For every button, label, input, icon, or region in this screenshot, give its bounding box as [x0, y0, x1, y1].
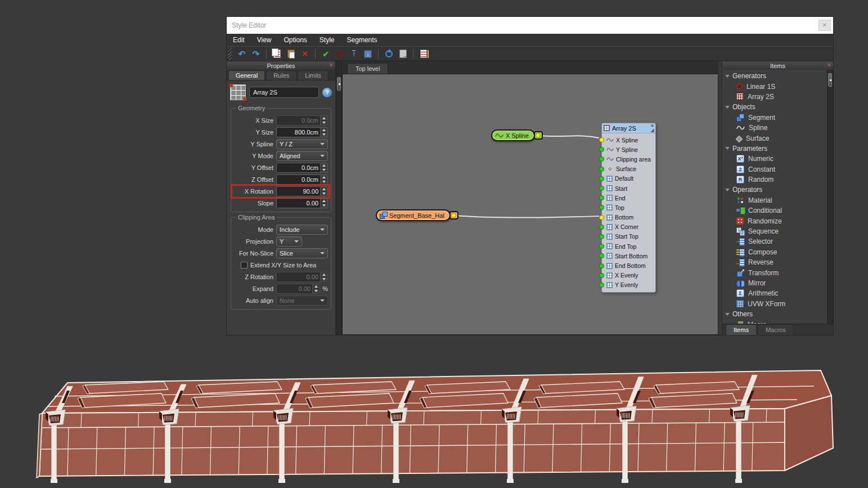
- z-offset-spinner[interactable]: [320, 175, 327, 184]
- undo-button[interactable]: ↶: [236, 48, 248, 60]
- y-mode-dropdown[interactable]: Aligned: [276, 151, 328, 161]
- x-rotation-spinner[interactable]: [320, 187, 327, 196]
- tree-section-generators[interactable]: Generators: [722, 71, 833, 81]
- spin-down-icon[interactable]: [321, 168, 327, 173]
- tab-macros[interactable]: Macros: [758, 324, 794, 335]
- tree-section-parameters[interactable]: Parameters: [722, 144, 833, 154]
- properties-header[interactable]: Properties ✕: [227, 61, 335, 70]
- collapse-arrow-icon[interactable]: [725, 75, 730, 78]
- input-port-green[interactable]: [599, 253, 604, 258]
- input-port-yellow[interactable]: [599, 137, 604, 142]
- x-rotation-field[interactable]: 90.00: [276, 186, 328, 196]
- tree-item-randomize[interactable]: Randomize: [722, 216, 833, 226]
- tree-item-constant[interactable]: 2Constant: [722, 164, 833, 174]
- z-offset-field[interactable]: 0.0cm: [276, 174, 328, 185]
- tree-item-array-2s[interactable]: Array 2S: [722, 92, 833, 102]
- properties-close-icon[interactable]: ✕: [329, 62, 334, 68]
- spin-down-icon[interactable]: [321, 204, 327, 208]
- spin-up-icon[interactable]: [321, 163, 327, 168]
- input-port-green[interactable]: [599, 147, 604, 152]
- properties-scrollbar-thumb[interactable]: [337, 77, 341, 91]
- array-node-close-icon[interactable]: ✕: [650, 123, 654, 128]
- menu-options[interactable]: Options: [277, 34, 313, 47]
- tree-item-numeric[interactable]: X²Numeric: [722, 154, 833, 164]
- tree-item-macro[interactable]: Macro: [722, 319, 833, 324]
- output-port[interactable]: [536, 133, 541, 138]
- y-spline-dropdown[interactable]: Y / Z: [276, 139, 328, 149]
- tree-item-selector[interactable]: Selector: [722, 236, 833, 247]
- y-size-spinner[interactable]: [320, 128, 327, 137]
- collapse-arrow-icon[interactable]: [725, 106, 730, 109]
- tree-section-others[interactable]: Others: [722, 309, 833, 319]
- spin-down-icon[interactable]: [321, 192, 327, 196]
- tree-section-objects[interactable]: Objects: [722, 102, 833, 112]
- spin-up-icon[interactable]: [313, 284, 320, 289]
- title-bar[interactable]: Style Editor ✕: [227, 17, 833, 34]
- tab-general[interactable]: General: [228, 70, 265, 80]
- input-port-green[interactable]: [599, 283, 604, 288]
- menu-view[interactable]: View: [251, 34, 278, 47]
- menu-segments[interactable]: Segments: [341, 34, 384, 47]
- spin-up-icon[interactable]: [321, 187, 327, 192]
- spin-down-icon[interactable]: [321, 277, 327, 282]
- projection-dropdown[interactable]: Y: [276, 236, 302, 247]
- spin-up-icon[interactable]: [321, 128, 327, 133]
- apply-button[interactable]: ✔: [320, 48, 332, 60]
- x-size-spinner[interactable]: [320, 116, 327, 125]
- revert-button[interactable]: ⊘: [334, 48, 346, 60]
- input-port-green[interactable]: [599, 186, 604, 191]
- refresh-button[interactable]: [383, 48, 395, 60]
- array-node-collapse-icon[interactable]: [650, 128, 654, 132]
- tree-item-surface[interactable]: Surface: [722, 133, 833, 143]
- help-button[interactable]: ?: [322, 88, 332, 97]
- send-to-bottom-button[interactable]: ↓: [362, 48, 374, 60]
- tree-item-spline[interactable]: Spline: [722, 123, 833, 133]
- y-size-field[interactable]: 800.0cm: [276, 127, 328, 137]
- tree-item-transform[interactable]: Transform: [722, 267, 833, 277]
- input-port-green[interactable]: [599, 225, 604, 230]
- tree-section-operators[interactable]: Operators: [722, 185, 833, 195]
- items-close-icon[interactable]: ✕: [827, 62, 831, 68]
- input-port-green[interactable]: [599, 167, 604, 172]
- slope-spinner[interactable]: [320, 199, 327, 208]
- for-no-slice-dropdown[interactable]: Slice: [276, 248, 328, 258]
- tree-item-compose[interactable]: Compose: [722, 247, 833, 257]
- items-scrollbar[interactable]: [827, 70, 833, 324]
- spin-up-icon[interactable]: [321, 116, 327, 121]
- node-canvas[interactable]: X Spline Segment_Base_Hal Array 2S: [342, 74, 718, 335]
- tree-item-sequence[interactable]: Sequence: [722, 226, 833, 236]
- input-port-green[interactable]: [599, 263, 604, 268]
- input-port-yellow[interactable]: [599, 215, 604, 220]
- slope-field[interactable]: 0.00: [276, 198, 328, 208]
- tree-item-segment[interactable]: Segment: [722, 113, 833, 123]
- spin-up-icon[interactable]: [321, 272, 327, 277]
- input-port-green[interactable]: [599, 176, 604, 181]
- toolbar-drag-handle-icon[interactable]: [228, 48, 232, 60]
- tab-rules[interactable]: Rules: [266, 70, 296, 80]
- redo-button[interactable]: ↷: [250, 48, 262, 60]
- send-to-top-button[interactable]: ↑: [348, 48, 360, 60]
- extend-x-y-size-to-area-checkbox[interactable]: [241, 262, 248, 268]
- input-port-green[interactable]: [599, 273, 604, 278]
- expand-spinner[interactable]: [312, 284, 320, 293]
- spin-up-icon[interactable]: [321, 175, 327, 180]
- collapse-arrow-icon[interactable]: [725, 147, 730, 150]
- node-segment-base-hal[interactable]: Segment_Base_Hal: [376, 209, 451, 221]
- spin-down-icon[interactable]: [321, 180, 327, 185]
- tab-items[interactable]: Items: [726, 324, 757, 335]
- tree-item-uvw-xform[interactable]: UVW XForm: [722, 299, 833, 309]
- input-port-green[interactable]: [599, 234, 604, 239]
- generator-name-input[interactable]: Array 2S: [249, 87, 319, 98]
- window-close-button[interactable]: ✕: [818, 20, 831, 31]
- tree-item-mirror[interactable]: Mirror: [722, 278, 833, 288]
- spin-up-icon[interactable]: [321, 199, 327, 204]
- tree-item-material[interactable]: Material: [722, 195, 833, 205]
- spin-down-icon[interactable]: [321, 121, 327, 126]
- output-port[interactable]: [451, 213, 456, 218]
- tree-item-linear-1s[interactable]: Linear 1S: [722, 81, 833, 91]
- input-port-green[interactable]: [599, 205, 604, 210]
- copy-button[interactable]: [271, 48, 283, 60]
- tab-top-level[interactable]: Top level: [347, 63, 388, 74]
- delete-button[interactable]: ✕: [299, 48, 311, 60]
- z-rotation-spinner[interactable]: [320, 272, 327, 281]
